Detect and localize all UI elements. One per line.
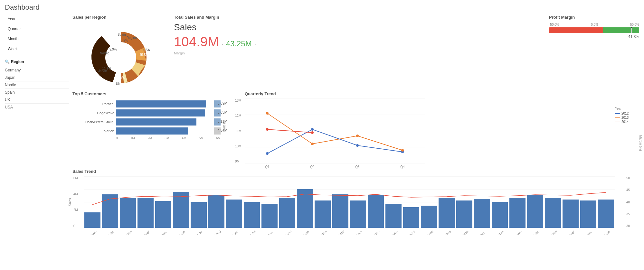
svg-text:2013-Dec: 2013-Dec — [494, 229, 505, 235]
bar-row-paracel: Paracel 5.69M — [76, 100, 221, 107]
svg-rect-38 — [102, 194, 118, 228]
region-item-spain[interactable]: Spain — [5, 89, 69, 96]
svg-text:2012-Feb: 2012-Feb — [104, 230, 115, 235]
quarterly-trend-title: Quarterly Trend — [245, 91, 639, 96]
svg-text:2014-Jan: 2014-Jan — [511, 230, 522, 235]
svg-text:2014-Apr: 2014-Apr — [564, 230, 575, 235]
svg-text:Q3: Q3 — [355, 165, 360, 169]
margin-percent: 41.3% — [549, 34, 639, 39]
svg-text:Sales: Sales — [223, 123, 226, 131]
svg-rect-39 — [120, 198, 136, 228]
svg-text:3.2%: 3.2% — [121, 39, 128, 42]
filter-month[interactable]: Month — [5, 35, 69, 43]
filter-quarter[interactable]: Quarter — [5, 25, 69, 33]
svg-point-23 — [356, 135, 359, 137]
svg-text:2012-Dec: 2012-Dec — [281, 229, 292, 235]
y-axis-labels: 13M12M11M10M9M — [235, 99, 241, 163]
svg-text:Q2: Q2 — [310, 165, 315, 169]
svg-text:2013-N..: 2013-N.. — [476, 230, 486, 235]
svg-text:2013-Sep: 2013-Sep — [440, 230, 452, 235]
svg-point-25 — [266, 128, 269, 131]
svg-rect-65 — [580, 200, 596, 228]
svg-text:2013-Aug: 2013-Aug — [423, 230, 434, 235]
region-item-uk[interactable]: UK — [5, 96, 69, 104]
svg-text:2012-Apr: 2012-Apr — [139, 230, 150, 235]
svg-rect-43 — [191, 202, 207, 228]
legend-title: Year — [615, 107, 638, 110]
svg-text:11.3%: 11.3% — [102, 67, 111, 70]
margin-min: -50.0% — [549, 23, 559, 26]
svg-text:Nordic: Nordic — [100, 51, 109, 55]
svg-text:2012-Oct: 2012-Oct — [246, 230, 257, 235]
svg-text:2013-Apr: 2013-Apr — [352, 230, 363, 235]
svg-rect-54 — [385, 204, 402, 228]
filter-week[interactable]: Week — [5, 45, 69, 53]
svg-text:2014-Feb: 2014-Feb — [529, 230, 540, 235]
svg-rect-60 — [492, 202, 508, 228]
x-axis: 01M2M3M4M5M6M — [76, 136, 221, 140]
svg-text:2012-Mar: 2012-Mar — [122, 230, 133, 235]
bar-label: PageWave — [76, 111, 114, 115]
svg-point-17 — [266, 152, 269, 155]
svg-rect-44 — [208, 195, 224, 228]
sales-y-label: Sales — [68, 198, 72, 206]
svg-rect-61 — [509, 198, 526, 228]
svg-text:2013-Oct: 2013-Oct — [458, 230, 469, 235]
svg-text:2013-Jul: 2013-Jul — [405, 230, 415, 235]
svg-rect-55 — [403, 207, 419, 228]
region-item-nordic[interactable]: Nordic — [5, 81, 69, 89]
region-item-japan[interactable]: Japan — [5, 74, 69, 81]
bar-row-deak: Deak-Perera Group. 5.11M — [76, 118, 221, 126]
region-item-usa[interactable]: USA — [5, 104, 69, 111]
bar-label: Deak-Perera Group. — [76, 120, 114, 124]
svg-rect-51 — [332, 194, 348, 228]
filter-buttons: Year Quarter Month Week — [5, 15, 69, 53]
svg-rect-56 — [421, 206, 437, 228]
sales-numbers: 104.9M · 43.25M · — [174, 34, 544, 50]
svg-rect-48 — [279, 198, 295, 228]
svg-text:2014-M..: 2014-M.. — [582, 230, 593, 235]
quarterly-chart-svg: Q1 Q2 Q3 Q4 Sales — [245, 99, 425, 163]
bar-row-talarian: Talarian 4.54M — [76, 127, 221, 135]
bar-label: Paracel — [76, 102, 114, 106]
svg-rect-46 — [244, 202, 260, 228]
svg-point-26 — [311, 131, 314, 134]
svg-text:UK: UK — [116, 82, 120, 86]
svg-text:26.9%: 26.9% — [116, 76, 125, 79]
sales-label: Sales — [174, 22, 544, 33]
svg-rect-57 — [439, 198, 455, 228]
search-icon: 🔍 — [5, 60, 10, 64]
svg-rect-62 — [527, 195, 543, 228]
svg-rect-41 — [155, 201, 171, 228]
svg-point-22 — [311, 143, 314, 145]
margin-value: 43.25M — [226, 39, 252, 48]
svg-rect-63 — [545, 198, 561, 228]
svg-text:2012-Aug: 2012-Aug — [210, 230, 222, 235]
svg-point-24 — [401, 149, 404, 152]
sales-trend-title: Sales Trend — [72, 169, 639, 174]
filter-year[interactable]: Year — [5, 15, 69, 23]
margin-labels: -50.0% 0.0% 50.0% — [549, 23, 639, 26]
sales-dot: · — [222, 41, 223, 48]
sales-trend: Sales Trend 6M4M2M0 Sales — [72, 169, 639, 232]
svg-text:2012-Jan: 2012-Jan — [86, 230, 97, 235]
svg-text:45.5%: 45.5% — [139, 53, 148, 57]
svg-point-19 — [356, 144, 359, 147]
svg-text:2012-Jul: 2012-Jul — [193, 230, 203, 235]
margin-indicator — [631, 27, 632, 33]
svg-text:2012-Jun: 2012-Jun — [175, 230, 186, 235]
svg-point-18 — [311, 128, 314, 131]
svg-rect-59 — [474, 199, 490, 228]
svg-text:2013-Mar: 2013-Mar — [334, 230, 345, 235]
bar-chart: Paracel 5.69M PageWave — [76, 99, 240, 142]
sales-trend-svg: 2012-Jan 2012-Feb 2012-Mar 2012-Apr 2012… — [84, 176, 615, 231]
main-content: Sales per Region — [72, 15, 639, 232]
svg-text:9.9%: 9.9% — [109, 48, 117, 51]
margin-label: Margin — [174, 51, 544, 55]
region-item-germany[interactable]: Germany — [5, 67, 69, 74]
svg-rect-66 — [598, 200, 614, 228]
dashboard-title: Dashboard — [5, 3, 639, 12]
total-sales-title: Total Sales and Margin — [174, 15, 544, 20]
right-y-label: Margin (%) — [639, 135, 642, 151]
svg-text:Spain: Spain — [118, 33, 126, 36]
